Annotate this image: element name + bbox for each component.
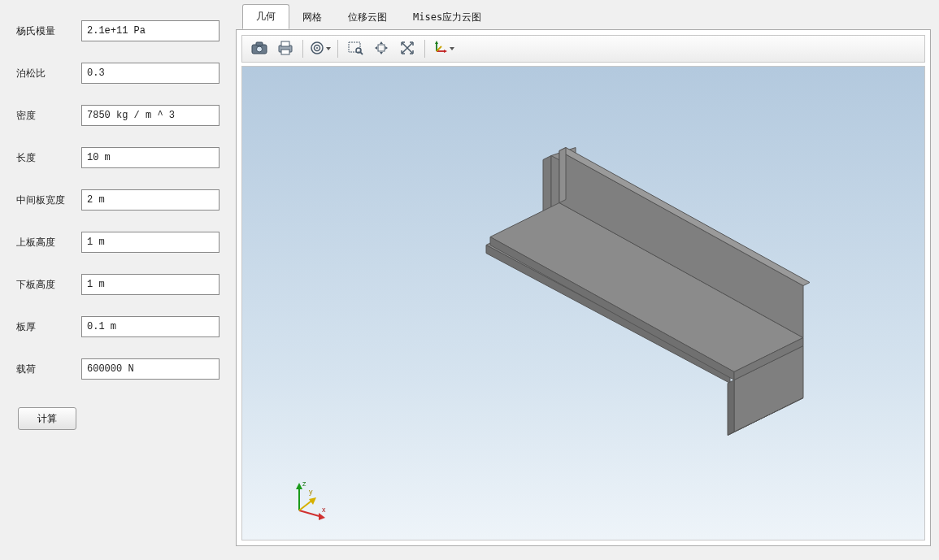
svg-line-15 [437, 46, 441, 51]
label-length: 长度 [16, 151, 81, 165]
svg-line-11 [360, 52, 363, 54]
tab-geometry[interactable]: 几何 [242, 4, 289, 29]
tab-displacement[interactable]: 位移云图 [335, 6, 400, 29]
svg-line-36 [299, 510, 322, 517]
toolbar-separator [337, 40, 338, 58]
axes-icon [432, 40, 448, 59]
viewport-frame: z x y [236, 29, 931, 546]
toolbar-separator [424, 40, 425, 58]
label-poisson-ratio: 泊松比 [16, 67, 81, 80]
chevron-down-icon [326, 47, 331, 50]
label-thickness: 板厚 [16, 320, 81, 334]
snapshot-button[interactable] [247, 38, 272, 59]
input-top-plate-height[interactable] [81, 232, 220, 253]
svg-rect-9 [349, 42, 360, 52]
zoom-extents-icon [400, 41, 415, 58]
field-density: 密度 [16, 105, 220, 126]
label-bottom-plate-height: 下板高度 [16, 278, 81, 292]
label-density: 密度 [16, 109, 81, 123]
field-length: 长度 [16, 147, 220, 168]
field-bottom-plate-height: 下板高度 [16, 274, 220, 295]
label-youngs-modulus: 杨氏模量 [16, 24, 81, 38]
input-youngs-modulus[interactable] [81, 20, 220, 41]
pan-button[interactable] [369, 38, 393, 59]
target-icon [310, 41, 324, 58]
field-poisson-ratio: 泊松比 [16, 63, 220, 84]
input-poisson-ratio[interactable] [81, 63, 220, 84]
axis-z-label: z [302, 480, 306, 488]
svg-rect-4 [281, 41, 289, 46]
pan-icon [374, 41, 389, 58]
z-beam-geometry [356, 140, 811, 467]
input-load[interactable] [81, 358, 220, 380]
tab-mises[interactable]: Mises应力云图 [400, 6, 494, 29]
print-button[interactable] [273, 38, 298, 59]
field-youngs-modulus: 杨氏模量 [16, 20, 220, 41]
tabbar: 几何 网格 位移云图 Mises应力云图 [236, 7, 939, 29]
svg-marker-29 [559, 148, 566, 203]
label-load: 载荷 [16, 362, 81, 376]
axis-y-label: y [309, 488, 313, 496]
tab-mesh[interactable]: 网格 [289, 6, 335, 29]
svg-point-2 [257, 46, 263, 52]
axis-x-label: x [322, 506, 326, 514]
toolbar-separator [302, 40, 303, 58]
svg-rect-12 [378, 45, 385, 51]
label-top-plate-height: 上板高度 [16, 236, 81, 250]
svg-rect-5 [281, 50, 289, 54]
svg-point-8 [316, 47, 318, 49]
svg-rect-1 [256, 42, 263, 46]
camera-icon [251, 41, 267, 57]
print-icon [277, 41, 293, 58]
input-thickness[interactable] [81, 316, 220, 337]
field-top-plate-height: 上板高度 [16, 232, 220, 253]
chevron-down-icon [450, 47, 454, 50]
axis-triad: z x y [283, 475, 324, 515]
axes-dropdown[interactable] [430, 38, 456, 59]
svg-marker-33 [728, 380, 734, 436]
input-mid-plate-width[interactable] [81, 189, 220, 211]
field-load: 载荷 [16, 358, 220, 380]
field-thickness: 板厚 [16, 316, 220, 337]
label-mid-plate-width: 中间板宽度 [16, 193, 81, 207]
reset-view-dropdown[interactable] [308, 38, 333, 59]
zoom-window-button[interactable] [343, 38, 367, 59]
field-mid-plate-width: 中间板宽度 [16, 189, 220, 211]
input-length[interactable] [81, 147, 220, 168]
zoom-extents-button[interactable] [395, 38, 420, 59]
input-density[interactable] [81, 105, 220, 126]
parameter-sidebar: 杨氏模量 泊松比 密度 长度 中间板宽度 上板高度 下板高度 板 [0, 0, 236, 560]
geometry-viewport[interactable]: z x y [241, 66, 925, 540]
zoom-window-icon [347, 41, 363, 58]
main-panel: 几何 网格 位移云图 Mises应力云图 [236, 0, 939, 560]
viewport-toolbar [241, 35, 925, 63]
calculate-button[interactable]: 计算 [18, 407, 76, 430]
input-bottom-plate-height[interactable] [81, 274, 220, 295]
